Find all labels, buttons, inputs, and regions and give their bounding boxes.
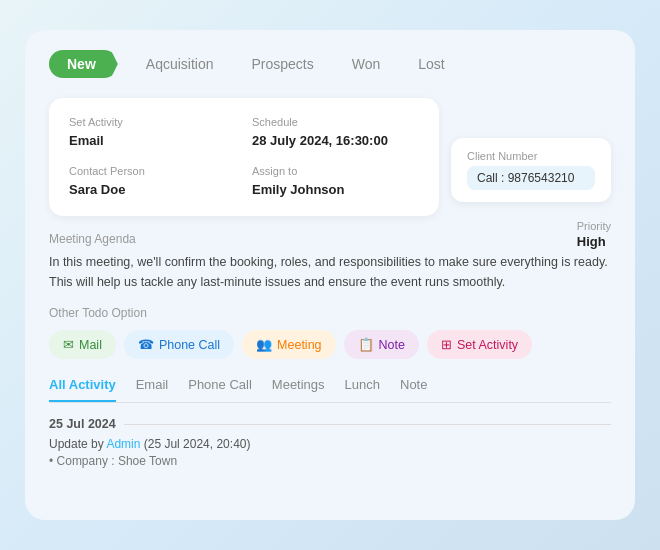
- tab-all-activity[interactable]: All Activity: [49, 377, 116, 402]
- todo-label: Other Todo Option: [49, 306, 611, 320]
- tab-prospects[interactable]: Prospects: [242, 50, 324, 78]
- tab-note-activity[interactable]: Note: [400, 377, 427, 402]
- mail-label: Mail: [79, 338, 102, 352]
- log-entry: Update by Admin (25 Jul 2024, 20:40): [49, 437, 611, 451]
- log-sub: • Company : Shoe Town: [49, 454, 611, 468]
- main-card: New Aqcuisition Prospects Won Lost Set A…: [25, 30, 635, 520]
- agenda-section: Meeting Agenda In this meeting, we'll co…: [49, 232, 611, 292]
- phone-label: Phone Call: [159, 338, 220, 352]
- set-activity-btn-label: Set Activity: [457, 338, 518, 352]
- log-time: (25 Jul 2024, 20:40): [144, 437, 251, 451]
- activity-tabs: All Activity Email Phone Call Meetings L…: [49, 377, 611, 403]
- agenda-title: Meeting Agenda: [49, 232, 611, 246]
- assign-field: Assign to Emily Johnson: [252, 165, 419, 198]
- client-number-label: Client Number: [467, 150, 595, 162]
- mail-icon: ✉: [63, 337, 74, 352]
- tab-won[interactable]: Won: [342, 50, 391, 78]
- schedule-label: Schedule: [252, 116, 419, 128]
- agenda-text: In this meeting, we'll confirm the booki…: [49, 252, 611, 292]
- tab-lunch-activity[interactable]: Lunch: [345, 377, 380, 402]
- phone-icon: ☎: [138, 337, 154, 352]
- client-number-card: Client Number Call : 9876543210: [451, 138, 611, 202]
- schedule-value: 28 July 2024, 16:30:00: [252, 133, 388, 148]
- tab-lost[interactable]: Lost: [408, 50, 454, 78]
- set-activity-value: Email: [69, 133, 104, 148]
- priority-section: Priority High: [577, 220, 611, 249]
- contact-field: Contact Person Sara Doe: [69, 165, 236, 198]
- contact-value: Sara Doe: [69, 182, 125, 197]
- note-label: Note: [379, 338, 405, 352]
- set-activity-label: Set Activity: [69, 116, 236, 128]
- priority-label: Priority: [577, 220, 611, 232]
- client-number-badge: Call : 9876543210: [467, 166, 595, 190]
- schedule-field: Schedule 28 July 2024, 16:30:00: [252, 116, 419, 149]
- log-date: 25 Jul 2024: [49, 417, 611, 431]
- todo-buttons: ✉ Mail ☎ Phone Call 👥 Meeting 📋 Note ⊞ S…: [49, 330, 611, 359]
- tab-email-activity[interactable]: Email: [136, 377, 169, 402]
- mail-button[interactable]: ✉ Mail: [49, 330, 116, 359]
- tab-new[interactable]: New: [49, 50, 118, 78]
- tab-meetings-activity[interactable]: Meetings: [272, 377, 325, 402]
- contact-label: Contact Person: [69, 165, 236, 177]
- note-icon: 📋: [358, 337, 374, 352]
- log-update-text: Update by: [49, 437, 104, 451]
- note-button[interactable]: 📋 Note: [344, 330, 419, 359]
- assign-label: Assign to: [252, 165, 419, 177]
- set-activity-icon: ⊞: [441, 337, 452, 352]
- meeting-icon: 👥: [256, 337, 272, 352]
- tab-acquisition[interactable]: Aqcuisition: [136, 50, 224, 78]
- priority-value: High: [577, 234, 611, 249]
- activity-info-card: Set Activity Email Schedule 28 July 2024…: [49, 98, 439, 216]
- meeting-label: Meeting: [277, 338, 321, 352]
- phone-call-button[interactable]: ☎ Phone Call: [124, 330, 234, 359]
- admin-link[interactable]: Admin: [106, 437, 140, 451]
- assign-value: Emily Johnson: [252, 182, 344, 197]
- tab-phone-activity[interactable]: Phone Call: [188, 377, 252, 402]
- meeting-button[interactable]: 👥 Meeting: [242, 330, 335, 359]
- pipeline-tabs: New Aqcuisition Prospects Won Lost: [49, 50, 611, 78]
- set-activity-button[interactable]: ⊞ Set Activity: [427, 330, 532, 359]
- set-activity-field: Set Activity Email: [69, 116, 236, 149]
